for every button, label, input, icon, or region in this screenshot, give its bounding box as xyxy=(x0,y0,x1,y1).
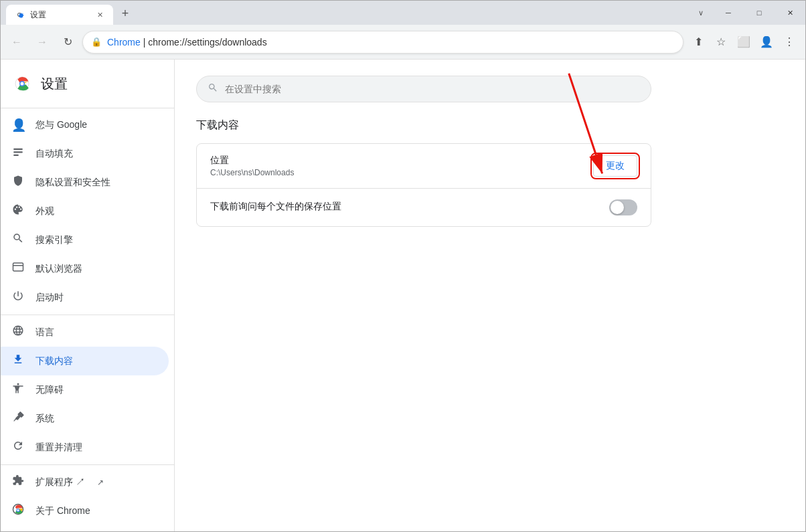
menu-button[interactable]: ⋮ xyxy=(779,31,800,53)
sidebar-label-reset: 重置并清理 xyxy=(35,442,82,454)
sidebar-item-reset[interactable]: 重置并清理 xyxy=(1,433,169,462)
toggle-knob xyxy=(611,201,624,214)
tab-favicon xyxy=(14,9,25,20)
sidebar-item-downloads[interactable]: 下载内容 xyxy=(1,347,169,375)
sidebar-label-system: 系统 xyxy=(35,413,54,425)
location-info: 位置 C:\Users\ns\Downloads xyxy=(210,155,593,177)
accessibility-icon xyxy=(11,382,25,397)
toolbar: ← → ↻ 🔒 Chrome | chrome://settings/downl… xyxy=(1,25,805,60)
sidebar-label-privacy: 隐私设置和安全性 xyxy=(35,177,110,189)
sidebar-item-privacy[interactable]: 隐私设置和安全性 xyxy=(1,168,169,197)
tab-area: 设置 ✕ + xyxy=(1,1,135,25)
about-chrome-icon xyxy=(11,503,25,519)
settings-header: 设置 xyxy=(1,65,174,105)
sidebar-label-language: 语言 xyxy=(35,327,54,339)
sidebar: 设置 👤 您与 Google 自动填充 隐私设置和安全性 xyxy=(1,60,175,532)
active-tab[interactable]: 设置 ✕ xyxy=(6,5,113,25)
bookmark-button[interactable]: ☆ xyxy=(710,31,732,53)
lock-icon: 🔒 xyxy=(91,37,102,47)
location-row: 位置 C:\Users\ns\Downloads 更改 xyxy=(197,144,651,189)
search-input[interactable] xyxy=(225,84,640,94)
chrome-logo-icon xyxy=(11,73,33,94)
account-button[interactable]: 👤 xyxy=(756,31,777,53)
change-location-button[interactable]: 更改 xyxy=(593,155,637,177)
sidebar-label-extensions: 扩展程序 ↗ xyxy=(35,476,85,489)
share-button[interactable]: ⬆ xyxy=(688,31,709,53)
external-link-icon: ↗ xyxy=(97,478,104,487)
search-bar[interactable] xyxy=(196,76,651,102)
svg-rect-6 xyxy=(13,263,23,271)
search-bar-wrapper xyxy=(196,76,784,102)
address-bar[interactable]: 🔒 Chrome | chrome://settings/downloads xyxy=(82,31,683,54)
sidebar-divider-1 xyxy=(1,108,174,108)
svg-rect-3 xyxy=(13,149,23,150)
sidebar-label-search: 搜索引擎 xyxy=(35,234,73,246)
title-bar-controls: ─ □ ✕ xyxy=(713,1,805,25)
content-area: 下载内容 位置 C:\Users\ns\Downloads 更改 下载前询问每个… xyxy=(175,60,805,532)
sidebar-label-browser: 默认浏览器 xyxy=(35,263,82,275)
sidebar-label-appearance: 外观 xyxy=(35,205,54,217)
sidebar-item-system[interactable]: 系统 xyxy=(1,404,169,433)
sidebar-item-appearance[interactable]: 外观 xyxy=(1,197,169,226)
sidebar-item-autofill[interactable]: 自动填充 xyxy=(1,139,169,168)
autofill-icon xyxy=(11,146,25,161)
reset-icon xyxy=(11,440,25,455)
minimize-button[interactable]: ─ xyxy=(713,1,744,25)
section-title: 下载内容 xyxy=(196,118,784,132)
sidebar-label-accessibility: 无障碍 xyxy=(35,384,64,396)
ask-download-row: 下载前询问每个文件的保存位置 xyxy=(197,189,651,226)
sidebar-item-browser[interactable]: 默认浏览器 xyxy=(1,254,169,283)
sidebar-item-google[interactable]: 👤 您与 Google xyxy=(1,111,169,139)
person-icon: 👤 xyxy=(11,118,25,132)
location-label: 位置 xyxy=(210,155,593,167)
sidebar-item-accessibility[interactable]: 无障碍 xyxy=(1,375,169,404)
sidebar-item-language[interactable]: 语言 xyxy=(1,318,169,347)
svg-rect-4 xyxy=(13,151,23,153)
extensions-icon xyxy=(11,474,25,490)
title-bar: 设置 ✕ + ∨ ─ □ ✕ xyxy=(1,1,805,25)
sidebar-label-autofill: 自动填充 xyxy=(35,148,73,160)
download-icon xyxy=(11,353,25,369)
sidebar-item-about[interactable]: 关于 Chrome xyxy=(1,497,169,525)
tab-title: 设置 xyxy=(30,9,89,21)
svg-rect-5 xyxy=(13,155,19,156)
ask-download-toggle[interactable] xyxy=(609,199,637,215)
sidebar-label-startup: 启动时 xyxy=(35,292,64,304)
svg-point-2 xyxy=(21,82,24,86)
browser-window: 设置 ✕ + ∨ ─ □ ✕ ← → ↻ 🔒 Chrome | chrome:/… xyxy=(0,0,806,532)
sidebar-item-startup[interactable]: 启动时 xyxy=(1,283,169,312)
settings-page-title: 设置 xyxy=(41,75,68,93)
forward-button[interactable]: → xyxy=(31,31,53,53)
sidebar-item-search[interactable]: 搜索引擎 xyxy=(1,226,169,254)
globe-icon xyxy=(11,325,25,340)
sidebar-divider-3 xyxy=(1,464,174,465)
new-tab-button[interactable]: + xyxy=(116,4,135,23)
main-layout: 设置 👤 您与 Google 自动填充 隐私设置和安全性 xyxy=(1,60,805,532)
palette-icon xyxy=(11,203,25,219)
tab-organizer-button[interactable]: ⬜ xyxy=(733,31,754,53)
wrench-icon xyxy=(11,411,25,426)
downloads-settings-card: 位置 C:\Users\ns\Downloads 更改 下载前询问每个文件的保存… xyxy=(196,143,651,227)
sidebar-label-about: 关于 Chrome xyxy=(35,505,90,517)
back-button[interactable]: ← xyxy=(6,31,27,53)
tab-close-btn[interactable]: ✕ xyxy=(94,9,105,20)
shield-icon xyxy=(11,175,25,190)
sidebar-label-google: 您与 Google xyxy=(35,119,87,131)
browser-icon xyxy=(11,261,25,276)
sidebar-label-downloads: 下载内容 xyxy=(35,355,73,367)
sidebar-divider-2 xyxy=(1,315,174,315)
location-value: C:\Users\ns\Downloads xyxy=(210,168,593,177)
svg-point-10 xyxy=(17,509,19,511)
reload-button[interactable]: ↻ xyxy=(57,31,78,53)
tab-overflow-btn[interactable]: ∨ xyxy=(692,3,710,22)
address-text: Chrome | chrome://settings/downloads xyxy=(107,37,675,48)
chrome-brand: Chrome xyxy=(107,37,141,48)
close-button[interactable]: ✕ xyxy=(775,1,805,25)
power-icon xyxy=(11,290,25,305)
sidebar-item-extensions[interactable]: 扩展程序 ↗ ↗ xyxy=(1,468,169,497)
ask-label: 下载前询问每个文件的保存位置 xyxy=(210,201,609,213)
maximize-button[interactable]: □ xyxy=(744,1,775,25)
ask-info: 下载前询问每个文件的保存位置 xyxy=(210,201,609,214)
title-bar-left: 设置 ✕ + xyxy=(1,1,692,25)
toolbar-actions: ⬆ ☆ ⬜ 👤 ⋮ xyxy=(688,31,800,53)
